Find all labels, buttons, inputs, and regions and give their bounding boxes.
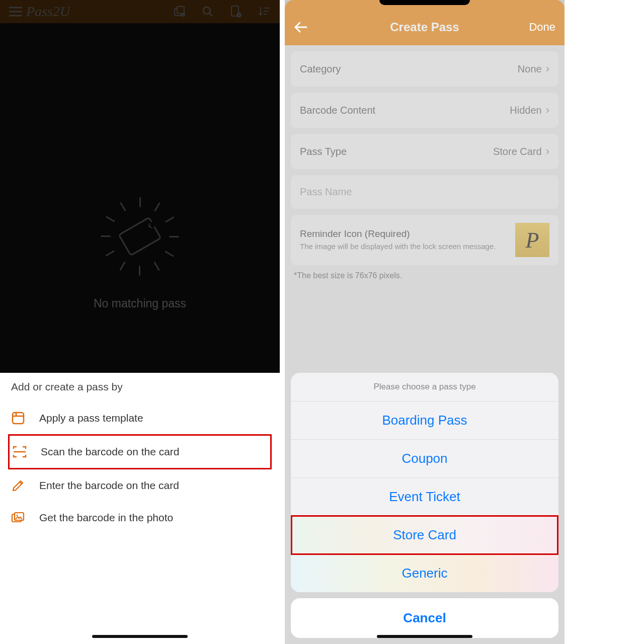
row-label: Scan the barcode on the card <box>41 446 180 458</box>
action-sheet-title: Please choose a pass type <box>291 373 558 401</box>
ticket-icon <box>118 216 162 256</box>
left-dark-area: Pass2U + + No matching pa <box>0 0 280 373</box>
row-label: Category <box>300 63 518 75</box>
pass-type-action-sheet: Please choose a pass type Boarding Pass … <box>291 373 558 638</box>
add-pass-sheet: Add or create a pass by Apply a pass tem… <box>0 373 280 554</box>
svg-text:+: + <box>238 13 240 18</box>
empty-state: No matching pass <box>0 196 280 310</box>
search-icon[interactable] <box>199 6 216 18</box>
done-button[interactable]: Done <box>529 21 555 34</box>
row-label: Barcode Content <box>300 105 510 116</box>
option-boarding-pass[interactable]: Boarding Pass <box>291 401 558 440</box>
scan-barcode-row[interactable]: Scan the barcode on the card <box>8 434 272 469</box>
photo-barcode-row[interactable]: Get the barcode in the photo <box>11 502 269 534</box>
svg-point-4 <box>203 7 210 14</box>
option-event-ticket[interactable]: Event Ticket <box>291 478 558 516</box>
enter-barcode-row[interactable]: Enter the barcode on the card <box>11 469 269 502</box>
sort-icon[interactable] <box>256 6 273 17</box>
row-label: Apply a pass template <box>39 412 143 424</box>
empty-illustration <box>100 196 180 277</box>
empty-text: No matching pass <box>94 297 186 310</box>
svg-point-11 <box>17 515 18 516</box>
notch <box>379 0 470 5</box>
row-value: Store Card <box>493 146 542 157</box>
photo-icon <box>11 511 25 525</box>
apply-template-row[interactable]: Apply a pass template <box>11 402 269 434</box>
reminder-icon-preview: P <box>515 223 549 257</box>
pencil-icon <box>11 478 25 493</box>
sheet-title: Add or create a pass by <box>11 381 269 393</box>
row-label: Get the barcode in the photo <box>39 512 173 524</box>
barcode-content-row[interactable]: Barcode Content Hidden › <box>291 93 558 128</box>
row-value: Hidden <box>510 105 541 116</box>
template-icon <box>11 411 25 425</box>
row-value: None <box>518 63 542 75</box>
cancel-button[interactable]: Cancel <box>291 598 558 638</box>
chevron-right-icon: › <box>546 104 549 117</box>
home-indicator[interactable] <box>377 635 472 638</box>
right-screenshot: Create Pass Done Category None › Barcode… <box>285 0 565 644</box>
reminder-icon-row[interactable]: Reminder Icon (Required) The image will … <box>291 215 558 265</box>
back-icon[interactable] <box>294 21 308 33</box>
create-pass-header: Create Pass Done <box>285 9 565 45</box>
app-logo: Pass2U <box>26 4 70 20</box>
category-row[interactable]: Category None › <box>291 51 558 87</box>
chevron-right-icon: › <box>546 62 549 75</box>
svg-rect-8 <box>13 413 24 424</box>
svg-rect-1 <box>177 7 184 14</box>
option-store-card[interactable]: Store Card <box>291 516 558 554</box>
left-header: Pass2U + + <box>0 0 280 23</box>
scan-icon <box>13 445 27 459</box>
svg-point-2 <box>181 13 185 17</box>
pass-name-input[interactable]: Pass Name <box>291 175 558 209</box>
size-hint: *The best size is 76x76 pixels. <box>291 269 558 282</box>
svg-rect-5 <box>231 6 238 16</box>
svg-text:+: + <box>182 14 184 17</box>
menu-icon[interactable] <box>7 7 24 17</box>
home-indicator[interactable] <box>92 635 188 638</box>
row-label: Enter the barcode on the card <box>39 479 179 492</box>
cards-icon[interactable]: + <box>171 6 188 17</box>
reminder-title: Reminder Icon (Required) <box>300 228 508 239</box>
svg-rect-0 <box>175 9 182 16</box>
reminder-subtitle: The image will be displayed with the loc… <box>300 242 508 252</box>
option-generic[interactable]: Generic <box>291 554 558 592</box>
add-pass-icon[interactable]: + <box>227 5 245 18</box>
svg-point-6 <box>236 13 242 18</box>
left-screenshot: Pass2U + + No matching pa <box>0 0 280 644</box>
action-sheet-options: Please choose a pass type Boarding Pass … <box>291 373 558 592</box>
row-label: Pass Type <box>300 146 493 157</box>
header-title: Create Pass <box>285 20 565 34</box>
option-coupon[interactable]: Coupon <box>291 440 558 478</box>
placeholder: Pass Name <box>300 186 352 197</box>
chevron-right-icon: › <box>546 145 549 158</box>
pass-type-row[interactable]: Pass Type Store Card › <box>291 134 558 169</box>
